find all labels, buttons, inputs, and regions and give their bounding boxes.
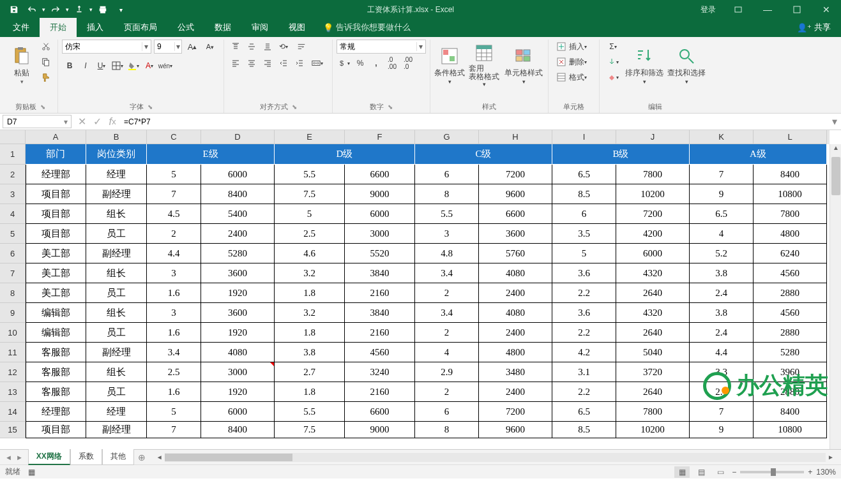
data-cell[interactable]: 项目部 [26,224,86,244]
fill-button[interactable]: ▾ [603,55,623,69]
row-header-6[interactable]: 6 [0,244,26,263]
bold-button[interactable]: B [62,59,77,73]
data-cell[interactable]: 3.8 [690,263,754,283]
data-cell[interactable]: 2.5 [275,224,345,244]
cell-style-button[interactable]: 单元格样式▾ [503,40,544,91]
data-cell[interactable]: 2640 [616,382,690,402]
col-header-C[interactable]: C [147,130,201,144]
data-cell[interactable]: 7 [147,184,201,204]
data-cell[interactable]: 7.5 [275,422,345,438]
data-cell[interactable]: 6 [415,402,479,422]
data-cell[interactable]: 2.4 [690,283,754,303]
data-cell[interactable]: 9600 [479,422,552,438]
data-cell[interactable]: 4320 [616,303,690,323]
data-cell[interactable]: 4 [415,343,479,362]
data-cell[interactable]: 经理 [86,402,147,422]
data-cell[interactable]: 项目部 [26,204,86,224]
table-format-button[interactable]: 套用 表格格式▾ [466,40,502,91]
data-cell[interactable]: 4080 [479,303,552,323]
quick-print-icon[interactable] [95,2,110,17]
format-painter-button[interactable] [38,70,54,84]
login-button[interactable]: 登录 [693,0,724,19]
data-cell[interactable]: 6.5 [552,402,616,422]
data-cell[interactable]: 3.8 [275,343,345,362]
col-header-D[interactable]: D [201,130,275,144]
data-cell[interactable]: 副经理 [86,422,147,438]
data-cell[interactable]: 1.8 [275,283,345,303]
sheet-tab-2[interactable]: 其他 [102,449,134,465]
vertical-scrollbar[interactable]: ▲ [830,144,841,449]
data-cell[interactable]: 3960 [754,362,827,382]
col-header-B[interactable]: B [86,130,147,144]
data-cell[interactable]: 7800 [616,165,690,184]
col-header-L[interactable]: L [754,130,827,144]
data-cell[interactable]: 8400 [754,165,827,184]
data-cell[interactable]: 2 [147,224,201,244]
data-cell[interactable]: 2880 [754,323,827,343]
data-cell[interactable]: 5400 [201,204,275,224]
align-left-button[interactable] [228,56,243,70]
row-header-15[interactable]: 15 [0,422,26,438]
data-cell[interactable]: 经理部 [26,402,86,422]
decrease-font-button[interactable]: A▾ [202,40,218,54]
font-color-button[interactable]: A▾ [142,59,157,73]
data-cell[interactable]: 6000 [201,165,275,184]
ribbon-tab-2[interactable]: 插入 [77,18,114,37]
formula-input[interactable] [120,115,828,129]
zoom-thumb[interactable] [771,468,776,476]
data-cell[interactable]: 7 [690,402,754,422]
data-cell[interactable]: 3.3 [690,362,754,382]
data-cell[interactable]: 2.2 [552,323,616,343]
italic-button[interactable]: I [78,59,93,73]
row-header-10[interactable]: 10 [0,323,26,343]
ribbon-tab-6[interactable]: 审阅 [241,18,278,37]
macro-record-icon[interactable]: ▦ [28,468,35,477]
expand-formula-bar[interactable]: ▾ [828,115,841,128]
data-cell[interactable]: 1920 [201,283,275,303]
data-cell[interactable]: 2400 [479,283,552,303]
data-cell[interactable]: 7200 [479,165,552,184]
page-break-button[interactable]: ▭ [713,466,728,478]
font-name-combo[interactable]: ▾ [62,40,151,54]
data-cell[interactable]: 组长 [86,362,147,382]
data-cell[interactable]: 2 [415,382,479,402]
increase-font-button[interactable]: A▴ [185,40,200,54]
data-cell[interactable]: 2160 [345,382,415,402]
paste-button[interactable]: 粘贴 ▾ [6,40,37,91]
ribbon-tab-1[interactable]: 开始 [40,18,77,37]
col-header-K[interactable]: K [690,130,754,144]
data-cell[interactable]: 3480 [479,362,552,382]
data-cell[interactable]: 9000 [345,184,415,204]
data-cell[interactable]: 组长 [86,204,147,224]
row-header-9[interactable]: 9 [0,303,26,323]
data-cell[interactable]: 6.5 [690,204,754,224]
touch-dropdown[interactable]: ▾ [89,6,93,13]
sheet-tab-0[interactable]: XX网络 [28,449,70,465]
data-cell[interactable]: 5.5 [275,165,345,184]
row-header-5[interactable]: 5 [0,224,26,244]
data-cell[interactable]: 3000 [345,224,415,244]
data-cell[interactable]: 4.8 [415,244,479,263]
data-cell[interactable]: 2160 [345,323,415,343]
data-cell[interactable]: 3.6 [552,263,616,283]
header-cell[interactable]: B级 [552,144,690,165]
data-cell[interactable]: 4560 [345,343,415,362]
data-cell[interactable]: 6 [415,165,479,184]
data-cell[interactable]: 1920 [201,382,275,402]
data-cell[interactable]: 组长 [86,263,147,283]
data-cell[interactable]: 客服部 [26,362,86,382]
data-cell[interactable]: 3.5 [552,224,616,244]
data-cell[interactable]: 2.5 [147,362,201,382]
zoom-in-button[interactable]: + [808,468,812,477]
data-cell[interactable]: 4.2 [552,343,616,362]
data-cell[interactable]: 10200 [616,184,690,204]
increase-indent-button[interactable] [292,56,307,70]
data-cell[interactable]: 员工 [86,323,147,343]
data-cell[interactable]: 4.4 [147,244,201,263]
tell-me[interactable]: 💡 告诉我你想要做什么 [315,18,418,37]
font-size-input[interactable] [155,42,174,51]
data-cell[interactable]: 5760 [479,244,552,263]
header-cell[interactable]: 部门 [26,144,86,165]
row-header-8[interactable]: 8 [0,283,26,303]
select-all-button[interactable] [0,130,26,144]
